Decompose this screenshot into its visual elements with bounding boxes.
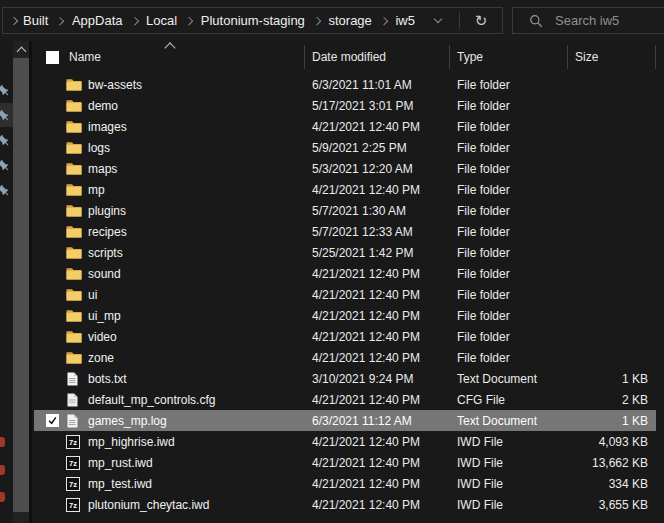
breadcrumb-item[interactable]: iw5 xyxy=(395,13,415,28)
iwd-archive-7z-icon: 7z xyxy=(64,435,86,449)
column-header-type[interactable]: Type xyxy=(450,45,568,69)
file-row[interactable]: 7zmp_rust.iwd4/21/2021 12:40 PMIWD File1… xyxy=(34,452,656,473)
column-headers: Name Date modified Type Size xyxy=(34,41,664,73)
scrollbar-up-arrow[interactable] xyxy=(13,41,29,57)
file-name: mp xyxy=(86,183,305,197)
file-type: File folder xyxy=(450,99,568,113)
file-type: File folder xyxy=(450,351,568,365)
file-row[interactable]: logs5/9/2021 2:25 PMFile folder xyxy=(34,137,656,158)
vertical-scrollbar[interactable] xyxy=(13,41,32,523)
file-type: Text Document xyxy=(450,372,568,386)
column-header-date-modified[interactable]: Date modified xyxy=(305,45,450,69)
folder-icon xyxy=(64,225,86,238)
text-document-icon xyxy=(64,414,86,428)
breadcrumb-item[interactable]: Built xyxy=(23,13,48,28)
chevron-down-icon xyxy=(434,15,442,23)
file-row[interactable]: 7zmp_highrise.iwd4/21/2021 12:40 PMIWD F… xyxy=(34,431,656,452)
breadcrumb-separator-icon xyxy=(313,16,321,24)
refresh-button[interactable]: ↻ xyxy=(460,8,502,33)
row-checkbox[interactable] xyxy=(46,414,59,427)
file-date-modified: 4/21/2021 12:40 PM xyxy=(305,309,450,323)
address-bar[interactable]: BuiltAppDataLocalPlutonium-stagingstorag… xyxy=(2,7,503,34)
file-date-modified: 4/21/2021 12:40 PM xyxy=(305,267,450,281)
file-row[interactable]: games_mp.log6/3/2021 11:12 AMText Docume… xyxy=(34,410,656,431)
file-type: File folder xyxy=(450,309,568,323)
toolbar: BuiltAppDataLocalPlutonium-stagingstorag… xyxy=(0,0,664,41)
file-explorer-window: BuiltAppDataLocalPlutonium-stagingstorag… xyxy=(0,0,664,523)
file-size: 1 KB xyxy=(568,372,656,386)
file-name: plutonium_cheytac.iwd xyxy=(86,498,305,512)
file-type: IWD File xyxy=(450,456,568,470)
breadcrumb-item[interactable]: storage xyxy=(328,13,371,28)
red-icon-fragment xyxy=(0,492,5,502)
file-rows: bw-assets6/3/2021 11:01 AMFile folderdem… xyxy=(34,74,664,515)
select-all-checkbox[interactable] xyxy=(46,51,59,64)
file-date-modified: 4/21/2021 12:40 PM xyxy=(305,456,450,470)
file-row[interactable]: 7zplutonium_cheytac.iwd4/21/2021 12:40 P… xyxy=(34,494,656,515)
file-row[interactable]: zone4/21/2021 12:40 PMFile folder xyxy=(34,347,656,368)
iwd-archive-7z-icon: 7z xyxy=(64,498,86,512)
breadcrumb-item[interactable]: AppData xyxy=(72,13,123,28)
pushpin-icon[interactable] xyxy=(0,184,11,198)
row-checkbox-slot xyxy=(40,414,64,427)
iwd-archive-7z-icon: 7z xyxy=(64,456,86,470)
file-date-modified: 4/21/2021 12:40 PM xyxy=(305,288,450,302)
folder-icon xyxy=(64,288,86,301)
file-row[interactable]: images4/21/2021 12:40 PMFile folder xyxy=(34,116,656,137)
file-type: File folder xyxy=(450,78,568,92)
file-row[interactable]: video4/21/2021 12:40 PMFile folder xyxy=(34,326,656,347)
pushpin-icon[interactable] xyxy=(0,159,11,173)
folder-icon xyxy=(64,162,86,175)
file-row[interactable]: bots.txt3/10/2021 9:24 PMText Document1 … xyxy=(34,368,656,389)
file-date-modified: 4/21/2021 12:40 PM xyxy=(305,498,450,512)
file-date-modified: 4/21/2021 12:40 PM xyxy=(305,477,450,491)
file-name: logs xyxy=(86,141,305,155)
breadcrumb-item[interactable]: Local xyxy=(146,13,177,28)
file-name: bots.txt xyxy=(86,372,305,386)
file-date-modified: 5/9/2021 2:25 PM xyxy=(305,141,450,155)
breadcrumb-separator-icon xyxy=(56,16,64,24)
search-box[interactable]: Search iw5 xyxy=(512,7,664,34)
file-type: CFG File xyxy=(450,393,568,407)
file-type: Text Document xyxy=(450,414,568,428)
chevron-up-icon xyxy=(16,46,26,56)
file-row[interactable]: ui_mp4/21/2021 12:40 PMFile folder xyxy=(34,305,656,326)
scrollbar-thumb[interactable] xyxy=(13,58,29,512)
file-row[interactable]: mp4/21/2021 12:40 PMFile folder xyxy=(34,179,656,200)
breadcrumb-item[interactable]: Plutonium-staging xyxy=(201,13,305,28)
file-row[interactable]: sound4/21/2021 12:40 PMFile folder xyxy=(34,263,656,284)
folder-icon xyxy=(64,246,86,259)
column-header-name[interactable]: Name xyxy=(64,45,305,69)
file-size: 4,093 KB xyxy=(568,435,656,449)
file-row[interactable]: scripts5/25/2021 1:42 PMFile folder xyxy=(34,242,656,263)
folder-icon xyxy=(64,330,86,343)
file-name: ui_mp xyxy=(86,309,305,323)
text-document-icon xyxy=(64,372,86,386)
folder-icon xyxy=(64,183,86,196)
file-date-modified: 5/3/2021 12:20 AM xyxy=(305,162,450,176)
file-row[interactable]: bw-assets6/3/2021 11:01 AMFile folder xyxy=(34,74,656,95)
file-name: plugins xyxy=(86,204,305,218)
file-row[interactable]: 7zmp_test.iwd4/21/2021 12:40 PMIWD File3… xyxy=(34,473,656,494)
column-header-size[interactable]: Size xyxy=(568,45,656,69)
file-type: File folder xyxy=(450,162,568,176)
pushpin-icon[interactable] xyxy=(0,84,11,98)
file-type: File folder xyxy=(450,246,568,260)
address-dropdown-button[interactable] xyxy=(417,8,459,33)
file-name: mp_rust.iwd xyxy=(86,456,305,470)
file-row[interactable]: default_mp_controls.cfg4/21/2021 12:40 P… xyxy=(34,389,656,410)
file-row[interactable]: ui4/21/2021 12:40 PMFile folder xyxy=(34,284,656,305)
file-name: ui xyxy=(86,288,305,302)
file-date-modified: 3/10/2021 9:24 PM xyxy=(305,372,450,386)
file-date-modified: 4/21/2021 12:40 PM xyxy=(305,330,450,344)
folder-icon xyxy=(64,120,86,133)
file-row[interactable]: plugins5/7/2021 1:30 AMFile folder xyxy=(34,200,656,221)
pushpin-icon[interactable] xyxy=(0,134,11,148)
file-row[interactable]: demo5/17/2021 3:01 PMFile folder xyxy=(34,95,656,116)
file-size: 13,662 KB xyxy=(568,456,656,470)
pushpin-icon[interactable] xyxy=(0,109,11,123)
breadcrumb-separator-icon xyxy=(185,16,193,24)
file-row[interactable]: recipes5/7/2021 12:33 AMFile folder xyxy=(34,221,656,242)
file-date-modified: 4/21/2021 12:40 PM xyxy=(305,120,450,134)
file-row[interactable]: maps5/3/2021 12:20 AMFile folder xyxy=(34,158,656,179)
